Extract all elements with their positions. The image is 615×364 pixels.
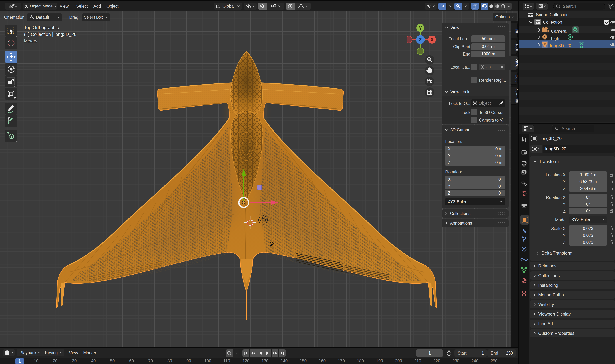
svg-text:View: View (515, 58, 518, 67)
svg-text:Light: Light (551, 36, 560, 41)
svg-text:Scene Collection: Scene Collection (536, 12, 569, 17)
svg-text:long3D_20: long3D_20 (550, 43, 571, 48)
svg-text:X: X (431, 37, 433, 42)
svg-text:Z: Z (419, 37, 422, 42)
svg-text:Camera: Camera (551, 29, 567, 34)
svg-text:Tool: Tool (515, 43, 518, 51)
svg-text:Item: Item (515, 26, 518, 35)
svg-text:Collection: Collection (543, 20, 562, 25)
svg-text:Y: Y (419, 26, 422, 30)
svg-text:Edit: Edit (515, 75, 518, 82)
svg-text:3D-Print: 3D-Print (515, 88, 518, 104)
